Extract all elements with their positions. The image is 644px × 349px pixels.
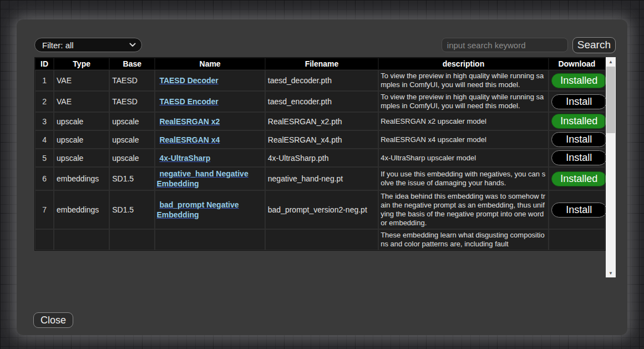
cell-description: 4x-UltraSharp upscaler model	[379, 149, 548, 166]
install-button[interactable]: Installed	[551, 114, 606, 129]
install-button[interactable]: Install	[551, 150, 606, 165]
dialog-toolbar: Filter: all Search	[34, 37, 616, 53]
table-row: 7 embeddings SD1.5 bad_prompt Negative E…	[36, 191, 605, 229]
col-header-base: Base	[110, 58, 154, 69]
filter-select[interactable]: Filter: all	[34, 38, 142, 52]
models-table-container: ID Type Base Name Filename description D…	[34, 57, 616, 277]
cell-description: To view the preview in high quality whil…	[379, 92, 548, 112]
cell-base: SD1.5	[110, 168, 154, 190]
col-header-name: Name	[155, 58, 264, 69]
table-header-row: ID Type Base Name Filename description D…	[36, 58, 605, 69]
model-table-body: 1 VAE TAESD TAESD Decoder taesd_decoder.…	[36, 70, 605, 250]
table-row: 3 upscale upscale RealESRGAN x2 RealESRG…	[36, 113, 605, 130]
cell-description: RealESRGAN x4 upscaler model	[379, 131, 548, 148]
cell-name: RealESRGAN x4	[155, 131, 264, 148]
cell-id: 6	[36, 168, 53, 190]
model-link[interactable]: TAESD Decoder	[156, 75, 262, 85]
table-row: 4 upscale upscale RealESRGAN x4 RealESRG…	[36, 131, 605, 148]
col-header-download: Download	[549, 58, 605, 69]
cell-id: 2	[36, 92, 53, 112]
cell-base: TAESD	[110, 92, 154, 112]
cell-type: VAE	[54, 70, 109, 90]
search-input[interactable]	[442, 38, 568, 52]
cell-filename: RealESRGAN_x2.pth	[266, 113, 378, 130]
cell-filename: negative_hand-neg.pt	[266, 168, 378, 190]
cell-filename: RealESRGAN_x4.pth	[266, 131, 378, 148]
scroll-down-icon[interactable]: ▼	[606, 269, 616, 277]
col-header-description: description	[379, 58, 548, 69]
comfyui-canvas: { "dialog": { "filter": { "selected_labe…	[0, 0, 644, 349]
cell-name	[155, 230, 264, 250]
models-table: ID Type Base Name Filename description D…	[34, 57, 606, 251]
models-scroll-area: ID Type Base Name Filename description D…	[34, 57, 606, 277]
cell-filename: taesd_encoder.pth	[266, 92, 378, 112]
scroll-up-icon[interactable]: ▲	[606, 57, 616, 66]
cell-base	[110, 230, 154, 250]
cell-filename: 4x-UltraSharp.pth	[266, 149, 378, 166]
search-group: Search	[442, 37, 616, 53]
cell-name: negative_hand Negative Embedding	[155, 168, 264, 190]
install-button[interactable]: Install	[551, 94, 606, 109]
install-button[interactable]: Install	[551, 203, 606, 218]
cell-base: SD1.5	[110, 191, 154, 229]
cell-description: These embedding learn what disgusting co…	[379, 230, 548, 250]
cell-description: RealESRGAN x2 upscaler model	[379, 113, 548, 130]
cell-download: Install	[549, 131, 605, 148]
cell-type: upscale	[54, 113, 109, 130]
table-row: 1 VAE TAESD TAESD Decoder taesd_decoder.…	[36, 70, 605, 90]
cell-type: embeddings	[54, 168, 109, 190]
install-button[interactable]: Install	[551, 132, 606, 147]
cell-base: TAESD	[110, 70, 154, 90]
install-button[interactable]: Installed	[551, 171, 606, 186]
cell-description: If you use this embedding with negatives…	[379, 168, 548, 190]
cell-id	[36, 230, 53, 250]
col-header-id: ID	[36, 58, 53, 69]
table-row: 5 upscale upscale 4x-UltraSharp 4x-Ultra…	[36, 149, 605, 166]
chevron-down-icon	[129, 43, 136, 47]
table-scrollbar[interactable]: ▲ ▼	[606, 57, 616, 277]
cell-name: TAESD Decoder	[155, 70, 264, 90]
cell-download: Installed	[549, 70, 605, 90]
cell-id: 1	[36, 70, 53, 90]
cell-base: upscale	[110, 131, 154, 148]
cell-download: Install	[549, 92, 605, 112]
model-link[interactable]: RealESRGAN x2	[156, 117, 262, 127]
cell-download	[549, 230, 605, 250]
cell-description: To view the preview in high quality whil…	[379, 70, 548, 90]
cell-name: RealESRGAN x2	[155, 113, 264, 130]
cell-base: upscale	[110, 149, 154, 166]
cell-name: bad_prompt Negative Embedding	[155, 191, 264, 229]
model-link[interactable]: bad_prompt Negative Embedding	[156, 200, 262, 220]
model-link[interactable]: TAESD Encoder	[156, 97, 262, 107]
table-row: 6 embeddings SD1.5 negative_hand Negativ…	[36, 168, 605, 190]
cell-name: TAESD Encoder	[155, 92, 264, 112]
cell-type	[54, 230, 109, 250]
col-header-type: Type	[54, 58, 109, 69]
cell-type: upscale	[54, 149, 109, 166]
model-link[interactable]: negative_hand Negative Embedding	[156, 169, 262, 189]
table-row: 2 VAE TAESD TAESD Encoder taesd_encoder.…	[36, 92, 605, 112]
search-button[interactable]: Search	[572, 37, 616, 53]
cell-filename: taesd_decoder.pth	[266, 70, 378, 90]
cell-id: 3	[36, 113, 53, 130]
cell-type: VAE	[54, 92, 109, 112]
cell-base: upscale	[110, 113, 154, 130]
cell-name: 4x-UltraSharp	[155, 149, 264, 166]
cell-download: Install	[549, 191, 605, 229]
model-link[interactable]: 4x-UltraSharp	[156, 153, 262, 163]
cell-type: upscale	[54, 131, 109, 148]
install-button[interactable]: Installed	[551, 73, 606, 88]
cell-filename	[266, 230, 378, 250]
model-link[interactable]: RealESRGAN x4	[156, 135, 262, 145]
cell-download: Install	[549, 149, 605, 166]
filter-select-value: Filter: all	[42, 41, 74, 50]
col-header-filename: Filename	[266, 58, 378, 69]
cell-download: Installed	[549, 168, 605, 190]
cell-id: 7	[36, 191, 53, 229]
cell-description: The idea behind this embedding was to so…	[379, 191, 548, 229]
cell-filename: bad_prompt_version2-neg.pt	[266, 191, 378, 229]
cell-download: Installed	[549, 113, 605, 130]
close-button[interactable]: Close	[33, 312, 73, 328]
cell-id: 5	[36, 149, 53, 166]
scrollbar-thumb[interactable]	[606, 67, 615, 133]
